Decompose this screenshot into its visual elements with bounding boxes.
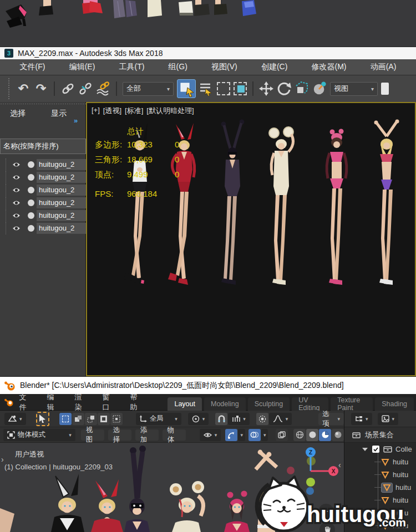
overlays-dropdown[interactable]: ▾ [261,429,268,441]
scene-object-name[interactable]: huitugou_2 [37,185,86,196]
tab-layout[interactable]: Layout [168,397,202,411]
bind-spacewarp-icon[interactable] [96,81,110,96]
frozen-dot-icon[interactable] [28,212,34,219]
max-menu-group[interactable]: 组(G) [169,62,187,72]
tab-display[interactable]: 显示 [51,109,67,119]
scene-collection-row[interactable]: 场景集合 [344,427,416,443]
tab-modeling[interactable]: Modeling [204,397,246,411]
mesh-object-name[interactable]: huitu [393,496,408,504]
toolbar-drag-handle[interactable] [8,78,11,100]
vp-menu-add[interactable]: 添加 [135,429,159,441]
max-3d-viewport[interactable]: [+] [透视] [标准] [默认明暗处理] 总计 多边形: 10,323 0 … [86,102,416,376]
shading-wireframe[interactable] [293,429,306,441]
visibility-eye-icon[interactable] [12,161,21,168]
collection-checkbox[interactable] [372,446,379,453]
scene-object-row[interactable]: huitugou_2 [0,197,86,209]
outliner-display-dropdown[interactable]: ▾ [351,413,372,425]
select-mode-subtract[interactable] [85,413,97,425]
mesh-object-row[interactable]: huitu [344,519,416,532]
frozen-dot-icon[interactable] [28,200,34,206]
toolbar-expand-arrow[interactable]: › [1,455,4,464]
mesh-object-row[interactable]: huitu [344,494,416,507]
bl-menu-render[interactable]: 渲染 [75,392,88,412]
redo-icon[interactable]: ↷ [34,81,48,96]
shading-rendered[interactable] [332,429,344,441]
select-mode-new[interactable] [59,413,72,425]
tab-sculpting[interactable]: Sculpting [248,397,290,411]
bl-menu-edit[interactable]: 编辑 [47,392,60,412]
select-mode-invert[interactable] [98,413,110,425]
max-menu-tools[interactable]: 工具(T) [119,62,145,72]
select-by-name-icon[interactable] [199,81,214,96]
viewport-menu-plus[interactable]: [+] [92,106,100,116]
tab-texture-paint[interactable]: Texture Paint [331,397,373,411]
mesh-data-icon[interactable] [381,522,389,530]
snap-settings-dropdown[interactable]: ▾ [228,413,250,425]
tab-select[interactable]: 选择 [10,109,26,119]
selection-filter-dropdown[interactable]: 全部 ▾ [123,82,174,96]
max-menu-file[interactable]: 文件(F) [20,62,45,72]
name-sort-header[interactable]: 名称(按降序排序) [0,139,86,154]
mesh-object-name[interactable]: huitu [393,521,408,530]
vp-menu-object[interactable]: 物体 [163,429,186,441]
outliner-filter-dropdown[interactable]: ▾ [378,413,399,425]
shading-material[interactable] [319,429,331,441]
scene-object-name[interactable]: huitugou_2 [37,210,86,221]
overlays-toggle[interactable] [248,429,261,441]
falloff-dropdown[interactable]: ▾ [269,413,292,425]
collection-row[interactable]: Colle [344,443,416,456]
scene-object-row[interactable]: huitugou_2 [0,158,86,171]
snap-toggle-magnet[interactable] [215,413,227,425]
viewport-menu-shading[interactable]: [默认明暗处理] [146,106,194,116]
vp-menu-view[interactable]: 视图 [81,429,104,441]
sidebar-collapse-arrow[interactable]: ‹ [338,461,341,469]
max-menu-animation[interactable]: 动画(A) [371,62,397,72]
collection-name[interactable]: Colle [395,445,412,453]
mesh-object-name[interactable]: huitu [393,458,408,466]
move-tool-icon[interactable] [259,81,273,96]
scene-object-name[interactable]: huitugou_2 [37,159,86,170]
shading-solid[interactable] [306,429,318,441]
mesh-data-icon[interactable] [383,484,391,492]
scale-tool-icon[interactable] [295,81,309,96]
panel-drag-handle[interactable] [0,103,86,105]
mesh-object-row[interactable]: huitu [344,468,416,481]
max-menu-edit[interactable]: 编辑(E) [69,62,95,72]
mesh-object-row[interactable]: huitu [344,456,416,468]
gizmo-x-label[interactable]: X [332,468,336,474]
scene-object-row[interactable]: huitugou_2 [0,222,86,234]
mesh-data-icon[interactable] [381,509,389,517]
mesh-object-row[interactable]: huitu [344,481,416,494]
unlink-icon[interactable] [78,81,93,96]
max-menu-create[interactable]: 创建(C) [261,62,287,72]
mesh-object-name[interactable]: huitu [395,483,411,492]
gizmo-z-label[interactable]: Z [309,449,312,456]
link-icon[interactable] [60,81,75,96]
tab-uv-editing[interactable]: UV Editing [292,397,328,411]
frozen-dot-icon[interactable] [28,187,34,193]
visibility-dropdown[interactable]: ▾ [200,429,221,441]
frozen-dot-icon[interactable] [28,174,34,181]
active-tool-select-box[interactable] [36,412,49,426]
select-place-icon[interactable] [312,81,327,96]
gizmos-dropdown[interactable]: ▾ [238,429,245,441]
frozen-dot-icon[interactable] [28,225,34,232]
viewport-menu-standard[interactable]: [标准] [125,106,143,116]
pivot-point-dropdown[interactable]: ▾ [188,413,209,425]
max-menu-views[interactable]: 视图(V) [211,62,237,72]
view-dropdown[interactable]: 视图 ▾ [330,82,378,96]
bl-menu-help[interactable]: 帮助 [130,392,143,412]
options-dropdown[interactable]: 选项 ▾ [318,413,344,425]
scene-object-row[interactable]: huitugou_2 [0,209,86,222]
select-object-button[interactable] [177,79,196,98]
editor-type-dropdown[interactable]: ▾ [4,413,26,425]
mode-dropdown[interactable]: 物体模式 ▾ [3,429,75,441]
scene-object-name[interactable]: huitugou_2 [37,197,86,208]
undo-icon[interactable]: ↶ [16,81,31,96]
max-menu-modifiers[interactable]: 修改器(M) [312,62,347,72]
mesh-data-icon[interactable] [381,458,389,466]
mesh-data-icon[interactable] [381,497,389,504]
scene-object-row[interactable]: huitugou_2 [0,184,86,196]
zoom-button[interactable]: + [318,504,334,519]
scene-object-name[interactable]: huitugou_2 [37,172,86,183]
